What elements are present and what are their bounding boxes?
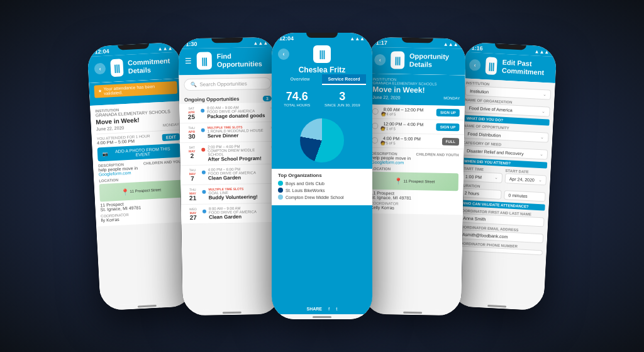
facebook-icon[interactable]: f bbox=[328, 306, 330, 312]
edit-header-bar: ‹ ||| Edit Past Commitment bbox=[462, 52, 557, 83]
tab-row: Overview Service Record bbox=[278, 74, 366, 85]
phone-commitment-details: 12:04 ▲▲▲ ‹ ||| Commitment Details ★ You… bbox=[87, 42, 194, 310]
dot-blue-4 bbox=[202, 190, 206, 193]
validated-banner: ★ Your attendance has been validated. bbox=[94, 81, 177, 98]
status-icons-1: ▲▲▲ bbox=[157, 45, 172, 51]
search-icon: 🔍 bbox=[191, 81, 197, 87]
org-item-0: Boys and Girls Club bbox=[278, 181, 366, 186]
opp-desc-section: DESCRIPTION CHILDREN AND YOUTH help peop… bbox=[365, 147, 464, 215]
stats-row: 74.6 TOTAL HOURS 3 SINCE JUN 30, 2019 bbox=[272, 85, 372, 112]
opp-item-0[interactable]: SAT APR 25 8:00 AM – 9:00 AM FOOD DRIVE … bbox=[179, 102, 277, 123]
phone-profile: 12:04 ▲▲▲ ‹ ||| Cheslea Fritz Overview S… bbox=[272, 33, 372, 319]
add-photo-button[interactable]: 📷 ADD A PHOTO FROM THIS EVENT bbox=[97, 143, 181, 161]
commitment-body: INSTITUTION GRANADA ELEMENTARY SCHOOLS M… bbox=[90, 101, 189, 226]
status-time-3: 12:04 bbox=[279, 35, 294, 42]
back-button-3[interactable]: ‹ bbox=[278, 48, 289, 60]
map-4: 📍 11 Prospect Street bbox=[371, 171, 458, 190]
status-time-4: 1:17 bbox=[376, 39, 387, 45]
since-value: 3 bbox=[325, 90, 360, 103]
sign-up-btn-1[interactable]: SIGN UP bbox=[436, 123, 460, 131]
time-slot-1: 12:00 PM – 4:00 PM 🧑 1 of 5 SIGN UP bbox=[367, 118, 464, 135]
opp-item-4[interactable]: THU MAY 21 MULTIPLE TIME SLOTS GOAL LINE… bbox=[180, 183, 279, 205]
opp-name-group: NAME OF OPPORTUNITY Food Distribution ⌄ bbox=[463, 123, 549, 142]
dot-blue-0 bbox=[201, 108, 204, 112]
time-slot-0: 8:00 AM – 12:00 PM 🧑 4 of 5 SIGN UP bbox=[367, 104, 465, 120]
phone-find-opportunities: 1:30 ▲▲▲ ☰ ||| Find Opportunities 🔍 Sear… bbox=[178, 37, 280, 315]
orgs-title: Top Organizations bbox=[278, 173, 366, 178]
back-button-1[interactable]: ‹ bbox=[94, 62, 106, 74]
total-hours-label: TOTAL HOURS bbox=[284, 103, 310, 107]
total-hours-value: 74.6 bbox=[284, 90, 310, 103]
back-button-5[interactable]: ‹ bbox=[469, 59, 481, 71]
sign-up-btn-0[interactable]: SIGN UP bbox=[436, 108, 460, 116]
chevron-down-org: ⌄ bbox=[541, 109, 545, 114]
total-hours-stat: 74.6 TOTAL HOURS bbox=[284, 90, 310, 107]
opp-title-4: Move in Week! bbox=[372, 84, 460, 94]
org-dot-2 bbox=[278, 195, 283, 200]
radio-1[interactable] bbox=[372, 122, 378, 128]
opp-item-1[interactable]: THU APR 30 MULTIPLE TIME SLOTS 1 RONALD … bbox=[180, 122, 278, 143]
full-btn-2: FULL bbox=[442, 137, 460, 145]
opp-item-3[interactable]: THU MAY 7 4:00 PM – 6:00 PM FOOD DRIVE O… bbox=[180, 164, 279, 185]
radio-2[interactable] bbox=[372, 137, 378, 143]
hamburger-icon[interactable]: ☰ bbox=[185, 57, 192, 65]
org-dot-0 bbox=[278, 181, 283, 186]
dot-blue-5 bbox=[203, 209, 206, 213]
opp-detail-content: INSTITUTION GRANADA ELEMENTARY SCHOOLS M… bbox=[364, 73, 465, 310]
phone-opportunity-details: 1:17 ▲▲▲ ‹ ||| Opportunity Details INSTI… bbox=[364, 37, 466, 315]
tab-service-record[interactable]: Service Record bbox=[322, 74, 366, 85]
page-title-4: Opportunity Details bbox=[409, 52, 460, 69]
time-slot-2: 4:00 PM – 5:00 PM 🧑 5 of 5 FULL bbox=[367, 133, 464, 149]
share-bar: SHARE f t bbox=[272, 304, 372, 314]
org-item-2: Compton Drew Middle School bbox=[278, 195, 366, 200]
share-label: SHARE bbox=[307, 307, 323, 311]
phone-edit-commitment: 1:16 ▲▲▲ ‹ ||| Edit Past Commitment INST… bbox=[450, 42, 557, 310]
opp-detail-header-bar: ‹ ||| Opportunity Details bbox=[368, 47, 466, 75]
opportunity-list: SAT APR 25 8:00 AM – 9:00 AM FOOD DRIVE … bbox=[179, 102, 279, 224]
chevron-down-opp-name: ⌄ bbox=[540, 134, 544, 139]
duration-hours-field[interactable]: 2 hours bbox=[460, 188, 502, 199]
twitter-icon[interactable]: t bbox=[336, 306, 337, 312]
opp-detail-info: INSTITUTION GRANADA ELEMENTARY SCHOOLS M… bbox=[367, 73, 465, 106]
location-section-1: LOCATION 📍 11 Prospect Street 11 Prospec… bbox=[99, 174, 184, 212]
logo-1: ||| bbox=[110, 59, 123, 77]
dot-blue-3 bbox=[202, 170, 206, 174]
page-title-2: Find Opportunities bbox=[216, 51, 270, 69]
tab-overview[interactable]: Overview bbox=[278, 74, 322, 85]
search-bar[interactable]: 🔍 Search Opportunities bbox=[184, 77, 271, 90]
chevron-down-institution: ⌄ bbox=[543, 92, 547, 97]
category-group: CATEGORY OF NEED Disaster Relief and Rec… bbox=[462, 140, 548, 159]
commitment-content: ★ Your attendance has been validated. IN… bbox=[89, 78, 193, 305]
org-group: NAME OF ORGANIZATION Food Drive of Ameri… bbox=[464, 98, 550, 116]
chart-area bbox=[272, 112, 372, 169]
home-indicator-3 bbox=[272, 314, 372, 319]
org-item-1: St. Louis BikeWorks bbox=[278, 188, 366, 193]
pie-chart bbox=[300, 118, 344, 162]
page-title-1: Commitment Details bbox=[128, 56, 175, 75]
coordinator-email-group: COORDINATOR EMAIL ADDRESS Asmith@foodban… bbox=[458, 225, 544, 243]
start-time-field[interactable]: 1:00 PM ⌄ bbox=[461, 171, 503, 183]
page-title-5: Edit Past Commitment bbox=[502, 58, 550, 77]
logo-4: ||| bbox=[391, 51, 404, 69]
edit-content: INSTITUTION Institution ⌄ NAME OF ORGANI… bbox=[451, 78, 555, 305]
institution-group: INSTITUTION Institution ⌄ bbox=[465, 81, 552, 99]
start-date-field[interactable]: Apr 24, 2020 ⌄ bbox=[504, 173, 547, 185]
description-section: DESCRIPTION CHILDREN AND YOU help people… bbox=[98, 159, 182, 176]
profile-header: ‹ ||| Cheslea Fritz Overview Service Rec… bbox=[272, 43, 372, 85]
coordinator-name-group: COORDINATOR FIRST AND LAST NAME Anna Smi… bbox=[458, 208, 545, 227]
ongoing-badge: 3 bbox=[263, 95, 272, 101]
find-opp-header: ☰ ||| Find Opportunities bbox=[178, 47, 276, 75]
attended-row: YOU ATTENDED FOR 1 HOUR 4:00 PM – 5:00 P… bbox=[97, 132, 180, 145]
edit-button-1[interactable]: EDIT bbox=[162, 133, 180, 140]
status-time-1: 12:04 bbox=[94, 48, 109, 55]
logo-3: ||| bbox=[313, 45, 331, 63]
radio-0[interactable] bbox=[372, 108, 379, 114]
dot-blue-1 bbox=[201, 128, 205, 132]
map-1: 📍 11 Prospect Street bbox=[99, 179, 183, 202]
search-placeholder: Search Opportunities bbox=[199, 81, 247, 87]
opp-item-2[interactable]: SAT MAY 2 2:00 PM – 4:00 PM COMPTON DREW… bbox=[180, 141, 278, 166]
duration-mins-field[interactable]: 0 minutes bbox=[504, 190, 546, 202]
opp-item-5[interactable]: WED MAY 27 8:00 AM – 9:00 AM FOOD DRIVE … bbox=[181, 203, 279, 224]
back-button-4[interactable]: ‹ bbox=[374, 54, 386, 65]
logo-2: ||| bbox=[197, 52, 212, 69]
